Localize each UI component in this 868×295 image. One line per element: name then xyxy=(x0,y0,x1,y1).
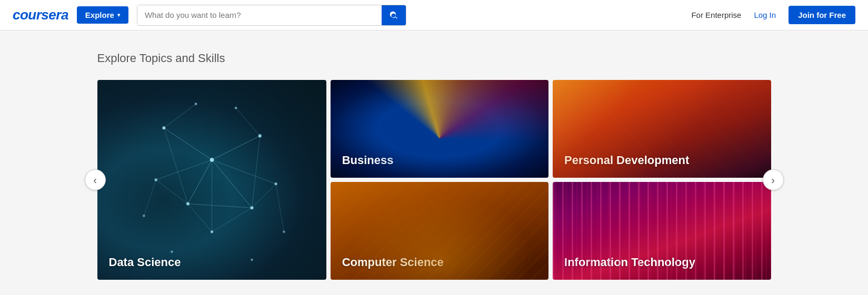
svg-line-0 xyxy=(164,128,212,160)
svg-point-29 xyxy=(283,231,285,233)
svg-line-8 xyxy=(212,160,276,184)
svg-point-31 xyxy=(251,259,253,261)
search-button[interactable] xyxy=(382,5,406,25)
logo-text: coursera xyxy=(13,7,68,23)
header-nav: For Enterprise Log In Join for Free xyxy=(691,6,855,24)
search-icon xyxy=(389,11,398,20)
svg-point-26 xyxy=(194,103,197,105)
svg-point-21 xyxy=(186,202,189,206)
for-enterprise-link[interactable]: For Enterprise xyxy=(691,11,741,19)
header: coursera Explore ▾ For Enterprise Log In… xyxy=(0,0,868,30)
login-link[interactable]: Log In xyxy=(754,11,776,19)
chevron-down-icon: ▾ xyxy=(117,12,120,18)
svg-line-9 xyxy=(156,180,188,204)
section-title: Explore Topics and Skills xyxy=(97,52,771,65)
card-label-information-technology: Information Technology xyxy=(564,256,695,269)
svg-line-6 xyxy=(252,136,260,208)
card-computer-science[interactable]: Computer Science xyxy=(331,182,548,280)
carousel-next-button[interactable]: › xyxy=(763,169,784,190)
network-visualization xyxy=(97,80,326,280)
svg-line-13 xyxy=(212,208,252,232)
svg-line-7 xyxy=(156,160,212,180)
cards-grid: Data Science Business Personal Developme… xyxy=(97,80,771,280)
card-business[interactable]: Business xyxy=(331,80,548,178)
card-label-data-science: Data Science xyxy=(109,256,181,269)
svg-point-19 xyxy=(162,126,165,129)
svg-point-27 xyxy=(234,107,237,109)
svg-point-20 xyxy=(258,134,261,137)
svg-point-30 xyxy=(171,251,173,253)
svg-line-12 xyxy=(187,204,212,232)
explore-button[interactable]: Explore ▾ xyxy=(77,6,128,24)
main-content: Explore Topics and Skills ‹ xyxy=(66,30,803,295)
logo[interactable]: coursera xyxy=(13,7,68,23)
svg-point-24 xyxy=(274,182,277,185)
card-information-technology[interactable]: Information Technology xyxy=(553,182,771,280)
svg-line-17 xyxy=(276,184,284,232)
svg-point-28 xyxy=(143,215,145,217)
carousel-wrapper: ‹ xyxy=(97,80,771,280)
svg-line-1 xyxy=(212,136,260,160)
svg-line-4 xyxy=(187,204,252,208)
explore-label: Explore xyxy=(85,11,114,19)
svg-line-3 xyxy=(212,160,252,208)
chevron-right-icon: › xyxy=(771,174,775,186)
svg-point-18 xyxy=(209,158,214,162)
join-for-free-button[interactable]: Join for Free xyxy=(789,6,855,24)
card-label-computer-science: Computer Science xyxy=(342,256,444,269)
search-input[interactable] xyxy=(137,5,382,25)
card-personal-development[interactable]: Personal Development xyxy=(553,80,771,178)
svg-point-22 xyxy=(250,206,253,209)
svg-line-5 xyxy=(164,128,188,204)
card-data-science[interactable]: Data Science xyxy=(97,80,326,280)
card-label-business: Business xyxy=(342,154,394,167)
chevron-left-icon: ‹ xyxy=(93,174,97,186)
svg-line-2 xyxy=(187,160,212,204)
search-bar xyxy=(137,5,406,26)
carousel-prev-button[interactable]: ‹ xyxy=(85,169,106,190)
svg-line-14 xyxy=(164,104,196,128)
card-label-personal-development: Personal Development xyxy=(564,154,689,167)
svg-point-25 xyxy=(210,230,213,233)
svg-line-15 xyxy=(236,108,260,136)
svg-line-10 xyxy=(252,184,276,208)
svg-point-23 xyxy=(154,178,157,181)
svg-line-16 xyxy=(144,180,156,216)
